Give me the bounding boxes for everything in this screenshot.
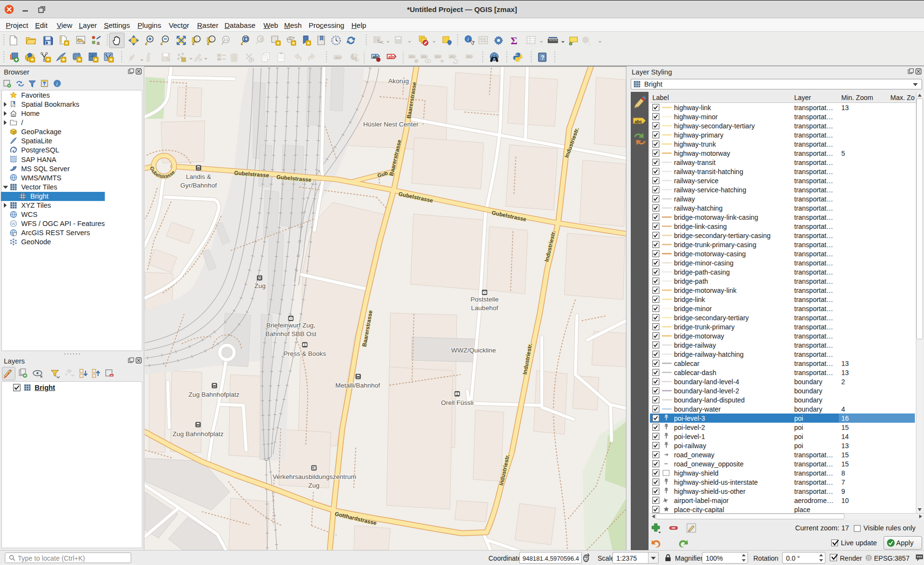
- svg-text:Press & Books: Press & Books: [284, 350, 326, 357]
- svg-text:highway-shield-us-other: highway-shield-us-other: [674, 488, 746, 495]
- svg-text:WWZ/Quickline: WWZ/Quickline: [451, 347, 496, 354]
- svg-text:bridge-link-casing: bridge-link-casing: [674, 223, 727, 230]
- svg-text:13: 13: [841, 104, 849, 112]
- svg-text:14: 14: [841, 433, 849, 440]
- svg-text:abc: abc: [388, 54, 396, 59]
- svg-text:5: 5: [841, 150, 845, 157]
- svg-text:15: 15: [841, 451, 849, 459]
- svg-text:9: 9: [841, 488, 845, 495]
- svg-text:boundary: boundary: [794, 405, 822, 413]
- svg-text:highway-secondary-tertiary: highway-secondary-tertiary: [674, 122, 755, 130]
- svg-text:transportat…: transportat…: [794, 122, 833, 130]
- svg-text:15: 15: [841, 460, 849, 468]
- svg-text:poi-level-1: poi-level-1: [674, 433, 705, 440]
- svg-text:bridge-link: bridge-link: [674, 296, 706, 303]
- svg-text:abc: abc: [335, 55, 341, 60]
- svg-text:bridge-trunk-primary-casing: bridge-trunk-primary-casing: [674, 241, 756, 249]
- svg-text:highway-motorway: highway-motorway: [674, 150, 730, 157]
- svg-text:poi-level-3: poi-level-3: [674, 414, 705, 422]
- svg-text:aerodrome…: aerodrome…: [794, 497, 834, 504]
- svg-text:poi: poi: [794, 442, 803, 450]
- svg-text:transportat…: transportat…: [794, 168, 833, 176]
- svg-text:transportat…: transportat…: [794, 488, 833, 495]
- svg-text:transportat…: transportat…: [794, 268, 833, 276]
- svg-text:boundary-land-level-4: boundary-land-level-4: [674, 378, 739, 386]
- svg-text:bridge-secondary-tertiary-casi: bridge-secondary-tertiary-casing: [674, 232, 771, 239]
- svg-text:bridge-motorway-casing: bridge-motorway-casing: [674, 250, 746, 258]
- svg-text:Hüsler Nest Center: Hüsler Nest Center: [363, 121, 419, 128]
- svg-text:transportat…: transportat…: [794, 195, 833, 203]
- svg-text:transportat…: transportat…: [794, 305, 833, 313]
- svg-text:Bahnhof SBB Ost: Bahnhof SBB Ost: [265, 330, 316, 338]
- svg-text:4: 4: [841, 405, 845, 413]
- svg-text:poi: poi: [794, 433, 803, 440]
- svg-text:bridge-railway-hatching: bridge-railway-hatching: [674, 351, 744, 358]
- svg-text:boundary: boundary: [794, 378, 822, 386]
- svg-text:highway-shield: highway-shield: [674, 469, 719, 477]
- svg-text:transportat…: transportat…: [794, 140, 833, 148]
- svg-text:boundary: boundary: [794, 387, 822, 395]
- svg-text:highway-minor: highway-minor: [674, 113, 718, 121]
- svg-text:abc: abc: [467, 55, 473, 58]
- svg-text:Zug Bahnhofplatz: Zug Bahnhofplatz: [173, 430, 224, 438]
- svg-text:transportat…: transportat…: [794, 323, 833, 331]
- svg-text:transportat…: transportat…: [794, 159, 833, 166]
- svg-text:13: 13: [841, 360, 849, 367]
- svg-text:bridge-path: bridge-path: [674, 277, 708, 285]
- svg-text:transportat…: transportat…: [794, 104, 833, 112]
- svg-text:bridge-motorway-link-casing: bridge-motorway-link-casing: [674, 213, 758, 221]
- svg-text:place-city-capital: place-city-capital: [674, 506, 724, 514]
- svg-text:transportat…: transportat…: [794, 259, 833, 267]
- svg-text:13: 13: [841, 369, 849, 377]
- svg-text:transportat…: transportat…: [794, 241, 833, 249]
- svg-text:8: 8: [841, 469, 845, 477]
- svg-text:Gyr/Bahnhof: Gyr/Bahnhof: [180, 182, 217, 189]
- svg-text:abc: abc: [635, 119, 642, 124]
- svg-text:15: 15: [841, 424, 849, 431]
- svg-text:Metalli/Bahnhof: Metalli/Bahnhof: [335, 382, 380, 389]
- svg-text:poi: poi: [794, 424, 803, 431]
- svg-text:highway-trunk: highway-trunk: [674, 140, 716, 148]
- svg-text:?: ?: [541, 54, 544, 61]
- svg-text:bridge-motorway-link: bridge-motorway-link: [674, 287, 737, 294]
- svg-text:transportat…: transportat…: [794, 213, 833, 221]
- svg-text:bridge-minor-casing: bridge-minor-casing: [674, 259, 734, 267]
- svg-text:transportat…: transportat…: [794, 360, 833, 367]
- svg-text:transportat…: transportat…: [794, 332, 833, 340]
- svg-text:transportat…: transportat…: [794, 204, 833, 212]
- svg-text:bridge-motorway: bridge-motorway: [674, 332, 724, 340]
- svg-text:transportat…: transportat…: [794, 351, 833, 358]
- svg-text:cablecar-dash: cablecar-dash: [674, 369, 716, 377]
- svg-text:boundary-land-level-2: boundary-land-level-2: [674, 387, 739, 395]
- svg-text:10: 10: [841, 497, 849, 504]
- svg-text:16: 16: [841, 414, 849, 422]
- svg-text:road_oneway_opposite: road_oneway_opposite: [674, 460, 744, 468]
- svg-text:Σ: Σ: [511, 35, 517, 46]
- svg-text:2: 2: [841, 378, 845, 386]
- svg-text:poi-railway: poi-railway: [674, 442, 706, 450]
- svg-text:airport-label-major: airport-label-major: [674, 497, 729, 504]
- svg-text:transportat…: transportat…: [794, 232, 833, 239]
- svg-text:transportat…: transportat…: [794, 369, 833, 377]
- svg-text:Akorug: Akorug: [388, 77, 409, 85]
- svg-text:railway-transit: railway-transit: [674, 159, 715, 166]
- svg-text:Poststelle: Poststelle: [471, 296, 499, 303]
- svg-text:railway-service: railway-service: [674, 177, 719, 185]
- svg-text:boundary-land-disputed: boundary-land-disputed: [674, 396, 745, 404]
- svg-text:Laubehof: Laubehof: [471, 304, 499, 312]
- svg-text:Zug: Zug: [254, 282, 265, 289]
- svg-text:transportat…: transportat…: [794, 451, 833, 459]
- svg-text:transportat…: transportat…: [794, 223, 833, 230]
- svg-text:7: 7: [841, 478, 845, 486]
- svg-text:Verkehrsausbildungszentrum: Verkehrsausbildungszentrum: [273, 473, 356, 480]
- svg-text:railway-hatching: railway-hatching: [674, 204, 723, 212]
- svg-text:transportat…: transportat…: [794, 287, 833, 294]
- svg-text:highway-primary: highway-primary: [674, 131, 724, 139]
- svg-text:boundary: boundary: [794, 396, 822, 404]
- svg-text:railway-transit-hatching: railway-transit-hatching: [674, 168, 743, 176]
- svg-text:a: a: [97, 40, 100, 46]
- svg-text:transportat…: transportat…: [794, 131, 833, 139]
- svg-text:transportat…: transportat…: [794, 296, 833, 303]
- svg-text:Zug: Zug: [308, 482, 319, 489]
- svg-text:transportat…: transportat…: [794, 314, 833, 322]
